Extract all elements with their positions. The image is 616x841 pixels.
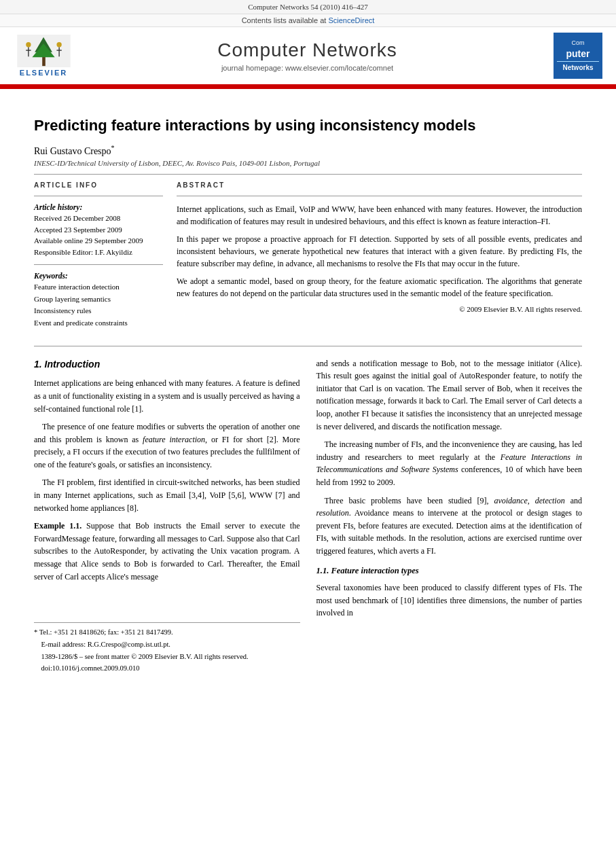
right-para3: Three basic problems have been studied [… <box>316 495 583 558</box>
sciencedirect-bar: Contents lists available at ScienceDirec… <box>0 14 616 27</box>
abstract-para2: In this paper we propose a proactive app… <box>177 233 582 270</box>
svg-point-7 <box>56 42 61 47</box>
svg-point-4 <box>26 42 31 47</box>
article-info-heading: ARTICLE INFO <box>34 181 163 189</box>
history-label: Article history: <box>34 203 163 211</box>
volume-info-text: Computer Networks 54 (2010) 416–427 <box>248 3 368 11</box>
cn-logo-puter: puter <box>566 48 590 60</box>
footnote-spacer <box>34 588 300 615</box>
divider-ai <box>34 196 163 196</box>
journal-title: Computer Networks <box>73 39 541 61</box>
body-columns: 1. Introduction Internet applications ar… <box>34 357 582 676</box>
received-date: Received 26 December 2008 <box>34 213 163 224</box>
keyword-1: Feature interaction detection <box>34 281 163 293</box>
red-bar <box>0 84 616 87</box>
contents-label: Contents lists available at <box>242 16 329 24</box>
divider-body <box>34 346 582 346</box>
keywords-list: Feature interaction detection Group laye… <box>34 281 163 329</box>
keywords-block: Keywords: Feature interaction detection … <box>34 272 163 329</box>
keyword-4: Event and predicate constraints <box>34 317 163 329</box>
paper-title: Predicting feature interactions by using… <box>34 116 582 136</box>
footnotes: * Tel.: +351 21 8418626; fax: +351 21 84… <box>34 622 300 674</box>
abstract-column: ABSTRACT Internet applications, such as … <box>177 181 582 336</box>
editor-info: Responsible Editor: I.F. Akyildiz <box>34 247 163 258</box>
right-para2: The increasing number of FIs, and the in… <box>316 438 583 488</box>
keyword-2: Group layering semantics <box>34 293 163 306</box>
abstract-para3: We adopt a semantic model, based on grou… <box>177 275 582 300</box>
affiliation: INESC-ID/Technical University of Lisbon,… <box>34 159 582 167</box>
elsevier-tree-icon <box>15 35 73 67</box>
elsevier-logo: ELSEVIER <box>14 35 73 77</box>
abstract-text: Internet applications, such as Email, Vo… <box>177 203 582 300</box>
example-label: Example 1.1. <box>34 521 81 531</box>
subsection-para: Several taxonomies have been produced to… <box>316 581 583 620</box>
copyright-text: © 2009 Elsevier B.V. All rights reserved… <box>177 305 582 313</box>
subsection-title: 1.1. Feature interaction types <box>316 565 583 577</box>
available-date: Available online 29 September 2009 <box>34 235 163 247</box>
accepted-date: Accepted 23 September 2009 <box>34 224 163 236</box>
right-col-cont: and sends a notification message to Bob,… <box>316 357 583 433</box>
journal-homepage: journal homepage: www.elsevier.com/locat… <box>73 64 541 72</box>
abstract-para1: Internet applications, such as Email, Vo… <box>177 203 582 228</box>
svg-rect-1 <box>42 56 46 66</box>
cn-logo-box: Com puter Networks <box>554 33 602 79</box>
footnote-issn: 1389-1286/$ – see front matter © 2009 El… <box>34 651 300 662</box>
example-block: Example 1.1. Suppose that Bob instructs … <box>34 520 300 583</box>
elsevier-label-text: ELSEVIER <box>20 69 67 77</box>
footnote-tel: * Tel.: +351 21 8418626; fax: +351 21 84… <box>34 627 300 638</box>
paper-content: Predicting feature interactions by using… <box>0 89 616 689</box>
abstract-heading: ABSTRACT <box>177 181 582 189</box>
divider-1 <box>34 174 582 175</box>
article-history-block: Article history: Received 26 December 20… <box>34 203 163 257</box>
sciencedirect-link[interactable]: ScienceDirect <box>328 16 374 24</box>
article-meta-section: ARTICLE INFO Article history: Received 2… <box>34 181 582 336</box>
divider-kw <box>34 264 163 265</box>
volume-info-bar: Computer Networks 54 (2010) 416–427 <box>0 0 616 14</box>
author-name: Rui Gustavo Crespo* <box>34 144 582 157</box>
footnote-email: E-mail address: R.G.Crespo@comp.ist.utl.… <box>34 639 300 650</box>
journal-header: Computer Networks 54 (2010) 416–427 Cont… <box>0 0 616 89</box>
intro-para1: Internet applications are being enhanced… <box>34 377 300 415</box>
divider-abs <box>177 196 582 196</box>
example-text: Example 1.1. Suppose that Bob instructs … <box>34 520 300 583</box>
keyword-3: Inconsistency rules <box>34 305 163 317</box>
cn-logo-com: Com <box>571 39 584 48</box>
body-col-left: 1. Introduction Internet applications ar… <box>34 357 300 676</box>
intro-para3: The FI problem, first identified in circ… <box>34 476 300 514</box>
intro-para2: The presence of one feature modifies or … <box>34 420 300 471</box>
intro-section-title: 1. Introduction <box>34 357 300 372</box>
author-sup: * <box>111 144 115 151</box>
article-info-column: ARTICLE INFO Article history: Received 2… <box>34 181 163 336</box>
body-col-right: and sends a notification message to Bob,… <box>316 357 583 676</box>
cn-logo-area: Com puter Networks <box>541 33 602 79</box>
journal-brand-row: ELSEVIER Computer Networks journal homep… <box>0 27 616 84</box>
cn-logo-networks: Networks <box>562 63 593 72</box>
keywords-label: Keywords: <box>34 272 163 280</box>
journal-title-area: Computer Networks journal homepage: www.… <box>73 39 541 72</box>
footnote-doi: doi:10.1016/j.comnet.2009.09.010 <box>34 663 300 674</box>
